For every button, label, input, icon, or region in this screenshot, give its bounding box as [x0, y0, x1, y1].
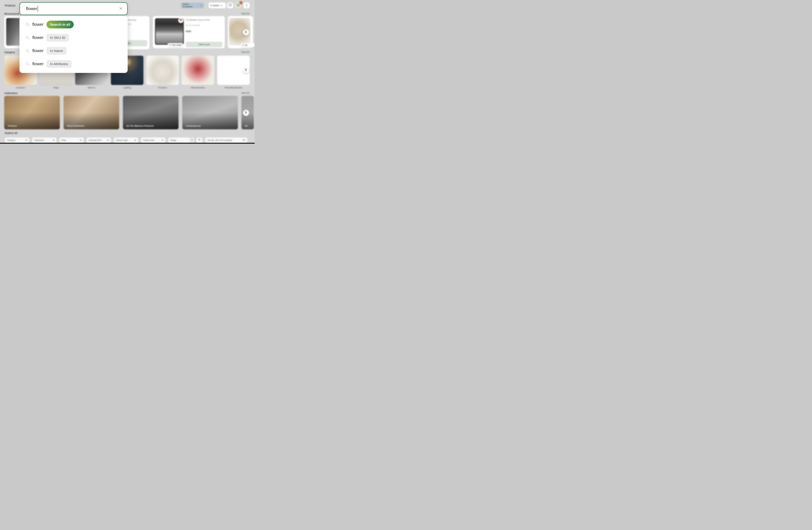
sort-icon [243, 139, 245, 142]
view-similar-button-partial[interactable]: Vie [241, 43, 255, 47]
chevron-right-icon [245, 69, 247, 72]
product-title: The Beatles Canvas Print [186, 19, 210, 21]
category-card-furniture[interactable] [146, 56, 179, 85]
eye-icon [169, 44, 171, 46]
chevron-down-icon [162, 139, 163, 141]
category-label: Lighting [111, 86, 144, 89]
chevron-down-icon [134, 139, 136, 141]
shade-overlay [63, 96, 119, 129]
filter-label: Canvas Type [116, 139, 128, 141]
sort-selector[interactable]: Sort By: SKU ID Ascending [205, 137, 247, 143]
filter-label: Frame Color [143, 139, 155, 141]
filter-dropdown-price[interactable]: Price [59, 137, 84, 143]
customer-selector-label: Guest Customer [183, 3, 199, 8]
chevron-right-icon [245, 111, 247, 115]
category-label: Poinsettia Bushes [217, 86, 250, 89]
filter-dropdown-shape[interactable]: Shape [168, 137, 190, 143]
collections-view-all-link[interactable]: View All [241, 92, 249, 94]
collection-label: Plush Perfection [67, 125, 85, 127]
search-input[interactable]: flower [19, 2, 128, 15]
filter-dropdown-category[interactable]: Category [5, 137, 29, 143]
filter-label: Collections [34, 139, 44, 141]
bottom-edge-bar [0, 143, 255, 144]
favorite-bubble[interactable] [178, 18, 183, 23]
clear-search-button[interactable] [119, 7, 122, 11]
sort-label: Sort By: SKU ID Ascending [207, 139, 232, 141]
category-label: Wall Art [75, 86, 108, 89]
furniture-photo [146, 56, 179, 85]
cart-icon [236, 3, 240, 7]
wishlist-button[interactable] [227, 2, 233, 8]
collection-card-contemporary[interactable]: Contemporary [182, 96, 238, 129]
filter-dropdown-inventory-eta[interactable]: Inventory ETA [87, 137, 111, 143]
suggestion-in-name[interactable]: flower In Name [19, 44, 128, 57]
product-title: Area Rug [127, 19, 136, 21]
search-suggestions-panel: flower Search in all flower In SKU ID fl… [19, 16, 128, 73]
shade-overlay [123, 96, 178, 129]
search-icon [26, 23, 30, 27]
category-label: Cushions [4, 86, 37, 89]
category-label: Rugs [40, 86, 72, 89]
filter-label: Shape [170, 139, 176, 141]
suggestion-scope-badge: In SKU ID [46, 34, 69, 42]
explore-all-header: Explore all [5, 131, 17, 134]
view-similar-button[interactable]: View similar [168, 43, 183, 47]
category-header: Category [4, 51, 15, 54]
recommended-card-sofa[interactable]: Vie [228, 16, 253, 48]
customer-selector[interactable]: Guest Customer [181, 2, 204, 8]
heart-filled-icon [179, 19, 182, 22]
filter-label: Inventory ETA [89, 139, 102, 141]
cart-button[interactable]: 1 [235, 2, 241, 8]
collection-label: Dri-Tec Mattress Protector [126, 125, 154, 127]
collection-card-dri-tec[interactable]: Dri-Tec Mattress Protector [123, 96, 178, 129]
category-view-all-link[interactable]: View All [241, 51, 249, 53]
dealer-price-selector[interactable]: $ Dealer [208, 2, 226, 8]
collections-next-button[interactable] [243, 110, 249, 116]
chevron-down-icon [80, 139, 82, 141]
suggestion-query: flower [32, 48, 44, 53]
suggestion-scope-badge: In Name [46, 47, 67, 55]
search-icon [26, 62, 30, 66]
add-to-cart-button[interactable]: Add to cart [186, 42, 222, 47]
suggestion-in-sku-id[interactable]: flower In SKU ID [19, 31, 128, 44]
search-query-value: flower [26, 6, 37, 11]
filter-dropdown-frame-color[interactable]: Frame Color [141, 137, 165, 143]
category-label: Mixed Bushes [182, 86, 214, 89]
close-icon [119, 7, 122, 11]
chevron-right-icon [245, 31, 247, 34]
collection-label: Dri [245, 125, 248, 127]
product-price: $160 [186, 30, 191, 33]
suggestion-query: flower [32, 61, 44, 67]
recommended-next-button[interactable] [243, 29, 249, 35]
suggestion-in-attributes[interactable]: flower In Attributes [19, 57, 128, 71]
filter-dropdown-collections[interactable]: Collections [32, 137, 57, 143]
collections-header: Collections [4, 92, 17, 94]
filter-funnel-button[interactable] [196, 137, 203, 143]
collection-card-plush-perfection[interactable]: Plush Perfection [63, 96, 119, 129]
suggestion-query: flower [32, 35, 44, 40]
text-caret [38, 6, 38, 12]
product-sku: BL-GC-N-01816 [186, 24, 200, 27]
products-page: Products Guest Customer $ Dealer 1 [0, 0, 255, 144]
more-menu-button[interactable] [244, 2, 250, 8]
category-next-button[interactable] [243, 67, 249, 73]
chevron-right-icon [191, 139, 193, 142]
suggestion-search-in-all[interactable]: flower Search in all [19, 18, 128, 31]
filters-scroll-next-button[interactable] [190, 137, 194, 143]
category-card-mixed-bushes[interactable] [182, 56, 214, 85]
collection-label: Contemporary [186, 125, 201, 127]
search-query-text: flower [26, 6, 38, 12]
chevron-down-icon [26, 139, 27, 141]
view-similar-label: Vie [245, 44, 247, 46]
kebab-icon [246, 4, 247, 7]
recommended-header: Recommend [4, 12, 19, 15]
search-icon [26, 49, 30, 53]
recommended-view-all-link[interactable]: View All [241, 12, 249, 15]
chevron-down-icon [220, 4, 222, 7]
dollar-icon: $ [211, 4, 212, 7]
recommended-card-beatles[interactable]: The Beatles Canvas Print BL-GC-N-01816 $… [153, 16, 225, 48]
suggestion-scope-badge: In Attributes [46, 60, 72, 68]
collection-card-timeless[interactable]: Timeless [4, 96, 60, 129]
cart-count-badge: 1 [240, 1, 243, 4]
filter-dropdown-canvas-type[interactable]: Canvas Type [114, 137, 139, 143]
